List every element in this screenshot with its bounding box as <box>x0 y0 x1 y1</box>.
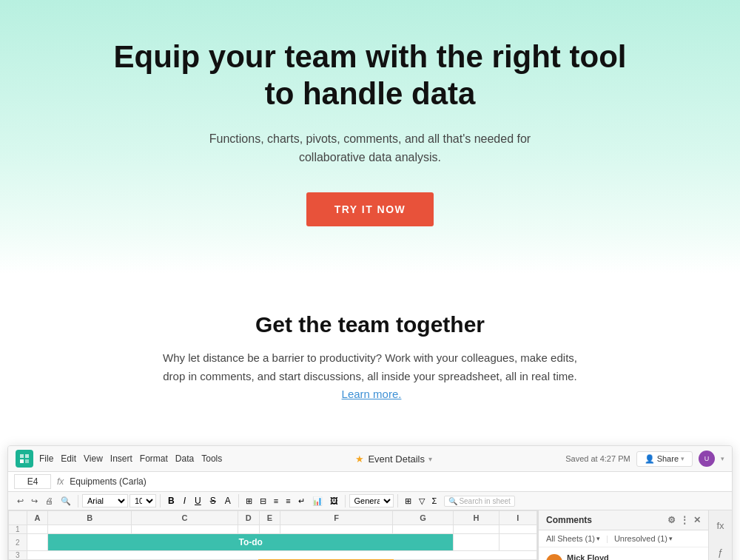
menu-format[interactable]: Format <box>140 453 168 464</box>
italic-button[interactable]: I <box>180 494 189 507</box>
cell-h1[interactable] <box>454 525 500 534</box>
menu-data[interactable]: Data <box>175 453 194 464</box>
borders-button[interactable]: ⊞ <box>243 495 255 507</box>
app-logo <box>16 450 33 468</box>
filter-all-sheets[interactable]: All Sheets (1) ▾ <box>546 534 600 543</box>
col-header-f[interactable]: F <box>280 511 393 525</box>
formatting-toolbar: ↩ ↪ 🖨 🔍 Arial 10 B I U S A ⊞ ⊟ ≡ ≡ ↵ 📊 <box>8 492 732 510</box>
filter-divider: | <box>606 534 608 543</box>
people-icon: 👤 <box>645 454 655 464</box>
cell-b1[interactable] <box>48 525 132 534</box>
side-toolbar: fx ƒ 📈 💬 <box>708 510 732 560</box>
title-chevron-icon[interactable]: ▾ <box>428 455 432 463</box>
filter-button[interactable]: ▽ <box>416 495 428 507</box>
filter-unresolved[interactable]: Unresolved (1) ▾ <box>614 534 673 543</box>
comment-settings-icon[interactable]: ⚙ <box>667 515 676 525</box>
table-row: 3 <box>9 551 537 560</box>
svg-rect-3 <box>25 459 29 463</box>
team-section: Get the team together Why let distance b… <box>0 274 740 445</box>
svg-rect-0 <box>20 454 24 458</box>
comment-username: Mick Floyd <box>567 553 609 560</box>
cell-reference-box[interactable]: E4 <box>14 474 51 489</box>
col-header-d[interactable]: D <box>238 511 259 525</box>
font-size-selector[interactable]: 10 <box>130 494 156 507</box>
comments-filter: All Sheets (1) ▾ | Unresolved (1) ▾ <box>539 530 708 547</box>
table-button[interactable]: ⊞ <box>402 495 414 507</box>
menu-bar: File Edit View Insert Format Data Tools … <box>8 446 732 472</box>
share-button[interactable]: 👤 Share ▾ <box>636 451 693 467</box>
row-num: 2 <box>9 534 27 551</box>
align-center-button[interactable]: ≡ <box>283 495 293 507</box>
wrap-button[interactable]: ↵ <box>295 495 308 507</box>
comment-dots-icon[interactable]: ⋮ <box>680 515 689 525</box>
format-group2: General <box>349 494 398 507</box>
user-avatar[interactable]: U <box>699 451 715 467</box>
col-header-c[interactable]: C <box>132 511 238 525</box>
comments-header-icons: ⚙ ⋮ ✕ <box>667 515 701 525</box>
right-area: Saved at 4:27 PM 👤 Share ▾ U ▾ <box>565 451 724 467</box>
undo-redo-group: ↩ ↪ 🖨 🔍 <box>14 495 78 507</box>
cell-a1[interactable] <box>27 525 48 534</box>
cell-f1[interactable] <box>280 525 393 534</box>
cell-i1[interactable] <box>499 525 536 534</box>
menu-edit[interactable]: Edit <box>61 453 76 464</box>
font-selector[interactable]: Arial <box>82 494 128 507</box>
cell-e1[interactable] <box>259 525 280 534</box>
print-button[interactable]: 🖨 <box>42 495 56 507</box>
col-header-a[interactable]: A <box>27 511 48 525</box>
formula-value[interactable]: Equipments (Carla) <box>70 476 726 487</box>
search-label: Search in sheet <box>459 497 511 505</box>
underline-button[interactable]: U <box>191 494 205 507</box>
menu-tools[interactable]: Tools <box>201 453 222 464</box>
chevron-down-icon: ▾ <box>669 535 673 542</box>
logo-icon <box>19 453 30 464</box>
number-format-selector[interactable]: General <box>349 494 394 507</box>
col-header-e[interactable]: E <box>259 511 280 525</box>
align-left-button[interactable]: ≡ <box>271 495 281 507</box>
svg-rect-1 <box>25 454 29 458</box>
user-chevron-icon[interactable]: ▾ <box>721 455 724 462</box>
text-color-button[interactable]: A <box>221 494 235 507</box>
bold-button[interactable]: B <box>164 494 178 507</box>
row-num: 1 <box>9 525 27 534</box>
menu-file[interactable]: File <box>39 453 53 464</box>
try-it-now-button[interactable]: TRY IT NOW <box>306 192 434 226</box>
undo-button[interactable]: ↩ <box>14 495 27 507</box>
merge-button[interactable]: ⊟ <box>257 495 269 507</box>
doc-title[interactable]: Event Details <box>368 453 425 465</box>
col-header-g[interactable]: G <box>393 511 454 525</box>
functions-icon[interactable]: ƒ <box>712 543 730 560</box>
star-icon[interactable]: ★ <box>355 453 364 465</box>
cell-g1[interactable] <box>393 525 454 534</box>
cell-d1[interactable] <box>238 525 259 534</box>
menu-items: File Edit View Insert Format Data Tools <box>39 453 222 464</box>
chart-button[interactable]: 📊 <box>309 495 326 507</box>
saved-text: Saved at 4:27 PM <box>565 454 630 463</box>
strikethrough-button[interactable]: S <box>206 494 220 507</box>
grid-area: A B C D E F G H I 1 <box>8 510 538 560</box>
formula-icon[interactable]: fx <box>712 516 730 534</box>
zoom-button[interactable]: 🔍 <box>58 495 74 507</box>
spreadsheet-grid: A B C D E F G H I 1 <box>8 510 537 560</box>
menu-view[interactable]: View <box>84 453 103 464</box>
cell-a2[interactable] <box>27 534 48 551</box>
chevron-down-icon: ▾ <box>596 535 600 542</box>
image-button[interactable]: 🖼 <box>327 495 341 507</box>
main-area: A B C D E F G H I 1 <box>8 510 732 560</box>
cell-b2[interactable]: To-do <box>48 534 454 551</box>
cell-i2[interactable] <box>499 534 536 551</box>
menu-insert[interactable]: Insert <box>110 453 132 464</box>
sum-button[interactable]: Σ <box>429 495 440 507</box>
learn-more-link[interactable]: Learn more. <box>342 388 402 400</box>
comment-user-row: M Mick Floyd Task.E4:F4 <box>546 553 701 560</box>
text-format-group: B I U S A <box>164 494 239 507</box>
cell-h2[interactable] <box>454 534 500 551</box>
comment-close-icon[interactable]: ✕ <box>693 515 701 525</box>
redo-button[interactable]: ↪ <box>28 495 41 507</box>
search-area: 🔍 Search in sheet <box>444 496 515 507</box>
col-header-h[interactable]: H <box>454 511 500 525</box>
col-header-i[interactable]: I <box>499 511 536 525</box>
col-header-b[interactable]: B <box>48 511 132 525</box>
cell-c1[interactable] <box>132 525 238 534</box>
formula-bar: E4 fx Equipments (Carla) <box>8 472 732 492</box>
